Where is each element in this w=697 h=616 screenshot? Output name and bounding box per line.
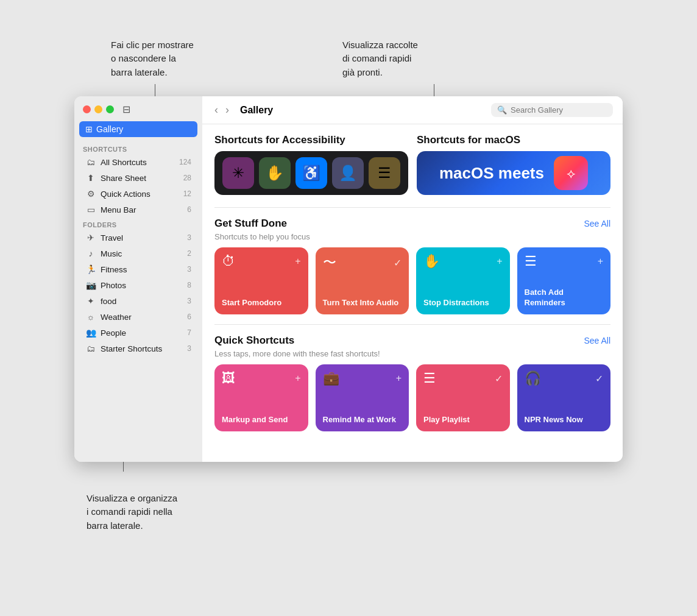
accessibility-section: Shortcuts for Accessibility ✳ ✋ ♿ 👤 ☰ [214,134,408,195]
turn-text-audio-card[interactable]: 〜 ✓ Turn Text Into Audio [316,247,409,314]
starter-shortcuts-icon: 🗂 [85,344,96,353]
sidebar-item-music[interactable]: ♪ Music 2 [77,246,200,261]
food-label: food [101,297,187,306]
play-playlist-label: Play Playlist [423,415,503,425]
annotation-top-right: Visualizza raccoltedi comandi rapidigià … [233,24,623,79]
accessibility-icons-row: ✳ ✋ ♿ 👤 ☰ [214,151,408,195]
gallery-sidebar-button[interactable]: ⊞ Gallery [79,121,197,137]
shortcuts-section-label: Shortcuts [74,142,202,154]
minimize-button[interactable] [94,105,102,113]
npr-news-icon: 🎧 [525,370,541,386]
sidebar-item-food[interactable]: ✦ food 3 [77,294,200,308]
batch-add-reminders-top: ☰ + [525,253,604,269]
macos-section-title: Shortcuts for macOS [417,134,610,146]
markup-send-action: + [295,373,300,384]
sidebar-item-photos[interactable]: 📷 Photos 8 [77,278,200,292]
share-sheet-label: Share Sheet [101,174,183,183]
accessibility-section-title: Shortcuts for Accessibility [214,134,408,146]
maximize-button[interactable] [106,105,114,113]
people-icon: 👥 [85,328,96,338]
photos-count: 8 [187,281,191,289]
search-input[interactable] [511,105,602,115]
stop-distractions-icon: ✋ [423,253,440,269]
markup-send-card[interactable]: 🖼 + Markup and Send [214,364,308,431]
npr-news-action: ✓ [595,373,603,384]
quick-shortcuts-grid: 🖼 + Markup and Send 💼 + Remind Me at Wor… [214,364,610,431]
start-pomodoro-card[interactable]: ⏱ + Start Pomodoro [214,247,308,314]
forward-button[interactable]: › [223,102,232,118]
starter-shortcuts-label: Starter Shortcuts [101,344,187,353]
remind-work-icon: 💼 [323,370,339,386]
shortcuts-app-icon: ⟡ [554,156,588,190]
sidebar-item-all-shortcuts[interactable]: 🗂 All Shortcuts 124 [77,155,200,169]
quick-shortcuts-see-all[interactable]: See All [584,336,610,345]
remind-work-label: Remind Me at Work [323,415,402,425]
music-count: 2 [187,249,191,258]
stop-distractions-card[interactable]: ✋ + Stop Distractions [416,247,510,314]
turn-text-audio-icon: 〜 [323,253,336,272]
markup-send-icon: 🖼 [222,370,235,386]
macos-gallery-card[interactable]: macOS meets [417,151,610,195]
search-icon: 🔍 [497,105,507,115]
weather-icon: ☼ [85,312,96,322]
photos-label: Photos [101,281,187,290]
sidebar-item-fitness[interactable]: 🏃 Fitness 3 [77,262,200,277]
get-stuff-done-section: Get Stuff Done See All Shortcuts to help… [214,218,610,314]
sidebar-item-travel[interactable]: ✈ Travel 3 [77,230,200,245]
weather-count: 6 [187,313,191,321]
turn-text-audio-label: Turn Text Into Audio [323,298,402,308]
acc-icon-5: ☰ [369,157,400,189]
accessibility-gallery-card[interactable]: ✳ ✋ ♿ 👤 ☰ [214,151,408,195]
app-window: ⊟ ⊞ Gallery Shortcuts 🗂 All Shortcuts 12… [74,96,623,462]
annotation-bottom: Visualizza e organizzai comandi rapidi n… [74,478,623,533]
fitness-label: Fitness [101,265,187,274]
npr-news-card[interactable]: 🎧 ✓ NPR News Now [517,364,611,431]
batch-add-reminders-card[interactable]: ☰ + Batch Add Reminders [517,247,611,314]
sidebar-item-share-sheet[interactable]: ⬆ Share Sheet 28 [77,171,200,185]
svg-text:⟡: ⟡ [566,166,575,181]
fitness-count: 3 [187,265,191,274]
back-button[interactable]: ‹ [212,102,221,118]
play-playlist-top: ☰ ✓ [423,370,503,386]
get-stuff-done-see-all[interactable]: See All [584,219,610,228]
divider-1 [214,207,610,208]
close-button[interactable] [83,105,91,113]
start-pomodoro-top: ⏱ + [222,253,301,269]
stop-distractions-action: + [497,256,502,267]
sidebar: ⊟ ⊞ Gallery Shortcuts 🗂 All Shortcuts 12… [74,96,202,462]
play-playlist-card[interactable]: ☰ ✓ Play Playlist [416,364,510,431]
remind-work-card[interactable]: 💼 + Remind Me at Work [316,364,409,431]
menu-bar-count: 6 [187,205,191,214]
quick-actions-count: 12 [183,189,191,198]
travel-label: Travel [101,233,187,243]
sidebar-item-people[interactable]: 👥 People 7 [77,325,200,340]
sidebar-item-quick-actions[interactable]: ⚙ Quick Actions 12 [77,186,200,201]
markup-send-top: 🖼 + [222,370,301,386]
sidebar-item-starter-shortcuts[interactable]: 🗂 Starter Shortcuts 3 [77,341,200,356]
food-count: 3 [187,297,191,305]
turn-text-audio-top: 〜 ✓ [323,253,402,272]
sidebar-item-weather[interactable]: ☼ Weather 6 [77,310,200,324]
get-stuff-done-header: Get Stuff Done See All [214,218,610,230]
search-bar[interactable]: 🔍 [491,103,613,117]
quick-shortcuts-section: Quick Shortcuts See All Less taps, more … [214,335,610,431]
start-pomodoro-label: Start Pomodoro [222,298,301,308]
music-label: Music [101,249,187,258]
divider-2 [214,324,610,325]
main-titlebar: ‹ › Gallery 🔍 [202,96,623,124]
annotation-top-left: Fai clic per mostrareo nascondere labarr… [74,24,233,79]
turn-text-audio-action: ✓ [394,257,402,269]
traffic-lights [83,105,114,113]
macos-card-content: macOS meets [417,151,610,195]
play-playlist-icon: ☰ [423,370,436,386]
stop-distractions-label: Stop Distractions [423,298,503,308]
titlebar: ⊟ [74,96,202,120]
sidebar-toggle-button[interactable]: ⊟ [122,104,130,115]
sidebar-item-menu-bar[interactable]: ▭ Menu Bar 6 [77,202,200,217]
people-label: People [101,328,187,338]
main-content-area: ‹ › Gallery 🔍 Shortcuts for Accessibilit… [202,96,623,462]
all-shortcuts-icon: 🗂 [85,157,96,167]
macos-section: Shortcuts for macOS macOS meets [417,134,610,195]
travel-icon: ✈ [85,233,96,243]
start-pomodoro-icon: ⏱ [222,253,235,269]
